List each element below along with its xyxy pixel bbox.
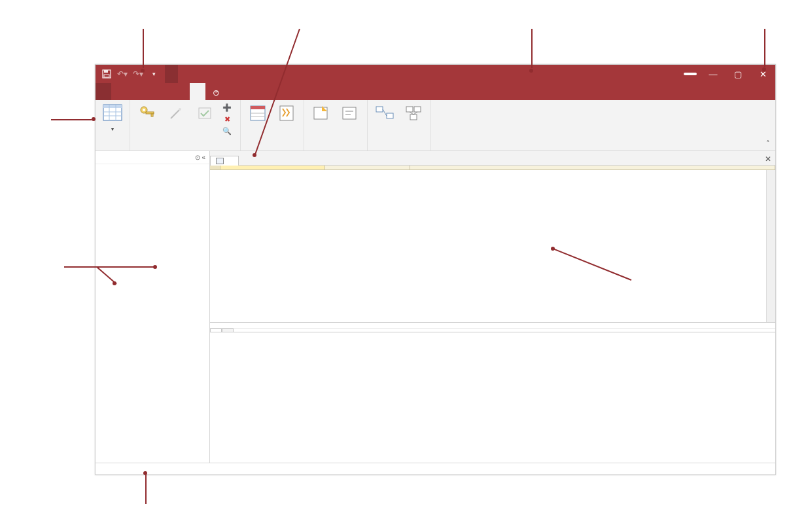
- field-properties-label: [210, 323, 775, 328]
- delete-rows-icon: ✖: [222, 114, 232, 124]
- app-body: ⊙ « ✕: [96, 151, 775, 463]
- svg-rect-19: [151, 114, 153, 116]
- svg-rect-7: [104, 75, 109, 77]
- fp-tab-general[interactable]: [210, 328, 222, 332]
- ribbon: ▾ ➕ ✖: [96, 100, 775, 151]
- save-icon[interactable]: [101, 68, 113, 80]
- ribbon-group-events: [304, 100, 368, 151]
- validation-icon: [194, 103, 215, 124]
- vertical-scrollbar[interactable]: [766, 170, 775, 322]
- svg-rect-30: [343, 107, 356, 119]
- app-window: ↶▾ ↷▾ ▾ — ▢ ✕: [95, 64, 776, 475]
- close-tab-button[interactable]: ✕: [761, 153, 775, 165]
- table-icon: [216, 158, 224, 164]
- delete-rows-button[interactable]: ✖: [220, 113, 236, 125]
- tab-design[interactable]: [190, 83, 205, 100]
- property-sheet-icon: [247, 103, 268, 124]
- lookup-icon: 🔍: [222, 126, 232, 136]
- property-sheet-button[interactable]: [245, 101, 271, 126]
- nav-collapse-icon[interactable]: «: [202, 154, 205, 161]
- ribbon-group-relationships: [368, 100, 431, 151]
- svg-point-21: [179, 108, 181, 111]
- ribbon-group-tools: ➕ ✖ 🔍: [130, 100, 241, 151]
- test-validation-button[interactable]: [192, 101, 218, 126]
- navigation-pane: ⊙ «: [96, 151, 210, 463]
- field-properties-pane: [210, 328, 775, 463]
- wand-icon: [166, 103, 186, 124]
- table-design-grid: [210, 166, 775, 323]
- fp-help-area: [419, 332, 775, 463]
- object-dependencies-button[interactable]: [400, 101, 427, 126]
- svg-rect-28: [314, 107, 327, 119]
- tab-file[interactable]: [96, 83, 111, 100]
- collapse-ribbon-button[interactable]: ˄: [761, 137, 775, 151]
- svg-line-40: [413, 112, 417, 115]
- ribbon-group-showhide: [241, 100, 304, 151]
- object-tabs: ✕: [210, 151, 775, 166]
- tab-database-tools[interactable]: [158, 83, 174, 100]
- svg-line-20: [171, 109, 180, 118]
- col-field-name[interactable]: [220, 166, 325, 169]
- col-description[interactable]: [410, 166, 775, 169]
- menu-bar: [96, 83, 775, 100]
- rename-macro-icon: [340, 103, 360, 124]
- key-icon: [137, 103, 158, 124]
- svg-rect-38: [410, 115, 417, 120]
- insert-rows-button[interactable]: ➕: [220, 101, 236, 113]
- contextual-tab-label: [165, 65, 178, 83]
- object-tab-calls[interactable]: [210, 156, 239, 166]
- svg-rect-6: [104, 70, 108, 73]
- svg-rect-22: [199, 108, 211, 118]
- svg-rect-27: [280, 106, 293, 120]
- indexes-icon: [276, 103, 297, 124]
- close-button[interactable]: ✕: [750, 65, 775, 83]
- nav-dropdown-icon[interactable]: ⊙: [195, 154, 200, 161]
- title-bar: ↶▾ ↷▾ ▾ — ▢ ✕: [96, 65, 775, 83]
- svg-rect-37: [414, 107, 421, 112]
- builder-button[interactable]: [163, 101, 189, 126]
- maximize-button[interactable]: ▢: [726, 65, 750, 83]
- modify-lookups-button[interactable]: 🔍: [220, 125, 236, 137]
- primary-key-button[interactable]: [134, 101, 160, 126]
- svg-rect-11: [103, 105, 122, 108]
- tab-create[interactable]: [127, 83, 143, 100]
- redo-icon[interactable]: ↷▾: [132, 68, 144, 80]
- quick-access-toolbar: ↶▾ ↷▾ ▾: [96, 68, 165, 80]
- view-button[interactable]: ▾: [99, 101, 126, 133]
- tab-external-data[interactable]: [143, 83, 158, 100]
- dependencies-icon: [403, 103, 424, 124]
- svg-rect-34: [387, 113, 393, 118]
- col-data-type[interactable]: [325, 166, 410, 169]
- svg-line-35: [383, 109, 387, 116]
- signin-button[interactable]: [684, 73, 697, 75]
- tab-home[interactable]: [111, 83, 127, 100]
- indexes-button[interactable]: [273, 101, 300, 126]
- nav-pane-header[interactable]: ⊙ «: [96, 151, 209, 164]
- fp-tab-lookup[interactable]: [222, 328, 234, 332]
- relationships-icon: [374, 103, 395, 124]
- create-data-macros-button[interactable]: [308, 101, 334, 126]
- tell-me-search[interactable]: [205, 83, 232, 100]
- grid-header: [210, 166, 775, 170]
- work-area: ✕: [210, 151, 775, 463]
- relationships-button[interactable]: [372, 101, 398, 126]
- svg-rect-24: [251, 106, 265, 109]
- rename-delete-macro-button[interactable]: [337, 101, 363, 126]
- svg-rect-36: [406, 107, 413, 112]
- undo-icon[interactable]: ↶▾: [116, 68, 128, 80]
- svg-rect-33: [376, 107, 383, 112]
- svg-line-39: [410, 112, 413, 115]
- datasheet-view-icon: [102, 103, 123, 124]
- status-bar: [96, 463, 775, 474]
- macro-icon: [311, 103, 332, 124]
- ribbon-group-views: ▾: [96, 100, 130, 151]
- qat-customize-icon[interactable]: ▾: [148, 68, 160, 80]
- insert-rows-icon: ➕: [222, 102, 232, 113]
- svg-point-17: [143, 109, 145, 111]
- tab-help[interactable]: [174, 83, 190, 100]
- minimize-button[interactable]: —: [701, 65, 726, 83]
